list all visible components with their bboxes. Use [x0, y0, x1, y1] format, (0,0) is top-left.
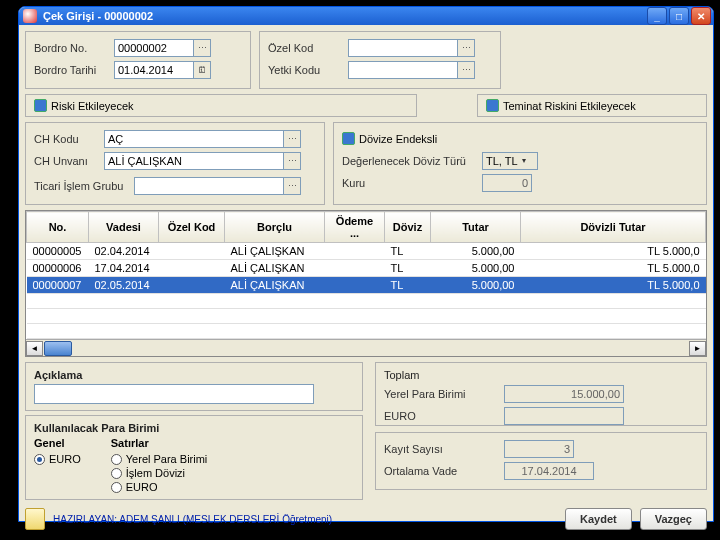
titlebar[interactable]: Çek Girişi - 00000002 _ □ ✕	[19, 7, 713, 25]
para-birimi-legend: Kullanılacak Para Birimi	[34, 422, 354, 434]
yerel-para-value	[504, 385, 624, 403]
footer: HAZIRLAYAN: ADEM ŞANLI (MESLEK DERSLERİ …	[19, 506, 713, 534]
calendar-icon[interactable]: 🗓	[193, 61, 211, 79]
kayit-sayisi-value	[504, 440, 574, 458]
genel-subtitle: Genel	[34, 437, 81, 449]
bordro-tarihi-label: Bordro Tarihi	[34, 64, 114, 76]
col-doviz[interactable]: Döviz	[385, 212, 431, 243]
save-button[interactable]: Kaydet	[565, 508, 632, 530]
teminat-checkbox[interactable]	[486, 99, 499, 112]
euro-value	[504, 407, 624, 425]
teminat-check-group: Teminat Riskini Etkileyecek	[477, 94, 707, 117]
kayit-group: Kayıt Sayısı Ortalama Vade	[375, 432, 707, 490]
col-ozel[interactable]: Özel Kod	[159, 212, 225, 243]
table-row[interactable]: 00000005 02.04.2014 ALİ ÇALIŞKAN TL 5.00…	[27, 243, 706, 260]
footer-credit: HAZIRLAYAN: ADEM ŞANLI (MESLEK DERSLERİ …	[53, 514, 332, 525]
bordro-tarihi-input[interactable]	[114, 61, 194, 79]
table-row[interactable]: 00000006 17.04.2014 ALİ ÇALIŞKAN TL 5.00…	[27, 260, 706, 277]
col-odeme[interactable]: Ödeme ...	[325, 212, 385, 243]
doviz-group: Dövize Endeksli Değerlenecek Döviz Türü …	[333, 122, 707, 205]
ozel-kod-input[interactable]	[348, 39, 458, 57]
ch-unvani-lookup-icon[interactable]: ⋯	[283, 152, 301, 170]
ticari-lookup-icon[interactable]: ⋯	[283, 177, 301, 195]
yetki-kodu-input[interactable]	[348, 61, 458, 79]
maximize-button[interactable]: □	[669, 7, 689, 25]
cek-table: No. Vadesi Özel Kod Borçlu Ödeme ... Döv…	[25, 210, 707, 357]
satir-yerel-radio[interactable]	[111, 454, 122, 465]
genel-euro-radio[interactable]	[34, 454, 45, 465]
col-no[interactable]: No.	[27, 212, 89, 243]
aciklama-group: Açıklama	[25, 362, 363, 411]
bordro-no-lookup-icon[interactable]: ⋯	[193, 39, 211, 57]
kod-group: Özel Kod ⋯ Yetki Kodu ⋯	[259, 31, 501, 89]
satirlar-subtitle: Satırlar	[111, 437, 208, 449]
kuru-input	[482, 174, 532, 192]
window-title: Çek Girişi - 00000002	[43, 10, 647, 22]
ortalama-vade-label: Ortalama Vade	[384, 465, 504, 477]
kayit-sayisi-label: Kayıt Sayısı	[384, 443, 504, 455]
yerel-para-label: Yerel Para Birimi	[384, 388, 504, 400]
para-birimi-group: Kullanılacak Para Birimi Genel EURO Satı…	[25, 415, 363, 500]
toplam-group: Toplam Yerel Para Birimi EURO	[375, 362, 707, 426]
deger-doviz-select[interactable]: TL, TL ▾	[482, 152, 538, 170]
close-button[interactable]: ✕	[691, 7, 711, 25]
ticari-label: Ticari İşlem Grubu	[34, 180, 134, 192]
riski-label: Riski Etkileyecek	[51, 100, 134, 112]
h-scrollbar[interactable]: ◄ ►	[26, 339, 706, 356]
ticari-input[interactable]	[134, 177, 284, 195]
ch-kodu-label: CH Kodu	[34, 133, 104, 145]
col-dovizli[interactable]: Dövizli Tutar	[521, 212, 706, 243]
ozel-kod-label: Özel Kod	[268, 42, 348, 54]
col-vadesi[interactable]: Vadesi	[89, 212, 159, 243]
scroll-left-icon[interactable]: ◄	[26, 341, 43, 356]
kuru-label: Kuru	[342, 177, 482, 189]
doviz-endeksli-label: Dövize Endeksli	[359, 133, 437, 145]
ortalama-vade-value	[504, 462, 594, 480]
scroll-right-icon[interactable]: ►	[689, 341, 706, 356]
teminat-label: Teminat Riskini Etkileyecek	[503, 100, 636, 112]
euro-label: EURO	[384, 410, 504, 422]
ch-unvani-input[interactable]	[104, 152, 284, 170]
ozel-kod-lookup-icon[interactable]: ⋯	[457, 39, 475, 57]
col-tutar[interactable]: Tutar	[431, 212, 521, 243]
note-icon[interactable]	[25, 508, 45, 530]
riski-checkbox[interactable]	[34, 99, 47, 112]
bordro-group: Bordro No. ⋯ Bordro Tarihi 🗓	[25, 31, 251, 89]
scroll-thumb[interactable]	[44, 341, 72, 356]
riski-check-group: Riski Etkileyecek	[25, 94, 417, 117]
doviz-endeksli-checkbox[interactable]	[342, 132, 355, 145]
chevron-down-icon: ▾	[522, 156, 526, 165]
col-borclu[interactable]: Borçlu	[225, 212, 325, 243]
ch-group: CH Kodu ⋯ CH Unvanı ⋯ Ticari İşlem Grubu…	[25, 122, 325, 205]
ch-unvani-label: CH Unvanı	[34, 155, 104, 167]
aciklama-input[interactable]	[34, 384, 314, 404]
app-icon	[23, 9, 37, 23]
bordro-no-label: Bordro No.	[34, 42, 114, 54]
cancel-button[interactable]: Vazgeç	[640, 508, 707, 530]
aciklama-label: Açıklama	[34, 369, 354, 381]
bordro-no-input[interactable]	[114, 39, 194, 57]
ch-kodu-lookup-icon[interactable]: ⋯	[283, 130, 301, 148]
satir-islem-radio[interactable]	[111, 468, 122, 479]
app-window: Çek Girişi - 00000002 _ □ ✕ Bordro No. ⋯…	[18, 6, 714, 522]
minimize-button[interactable]: _	[647, 7, 667, 25]
table-row-selected[interactable]: 00000007 02.05.2014 ALİ ÇALIŞKAN TL 5.00…	[27, 277, 706, 294]
ch-kodu-input[interactable]	[104, 130, 284, 148]
yetki-kodu-label: Yetki Kodu	[268, 64, 348, 76]
yetki-kodu-lookup-icon[interactable]: ⋯	[457, 61, 475, 79]
toplam-label: Toplam	[384, 369, 698, 381]
satir-euro-radio[interactable]	[111, 482, 122, 493]
deger-doviz-label: Değerlenecek Döviz Türü	[342, 155, 482, 167]
